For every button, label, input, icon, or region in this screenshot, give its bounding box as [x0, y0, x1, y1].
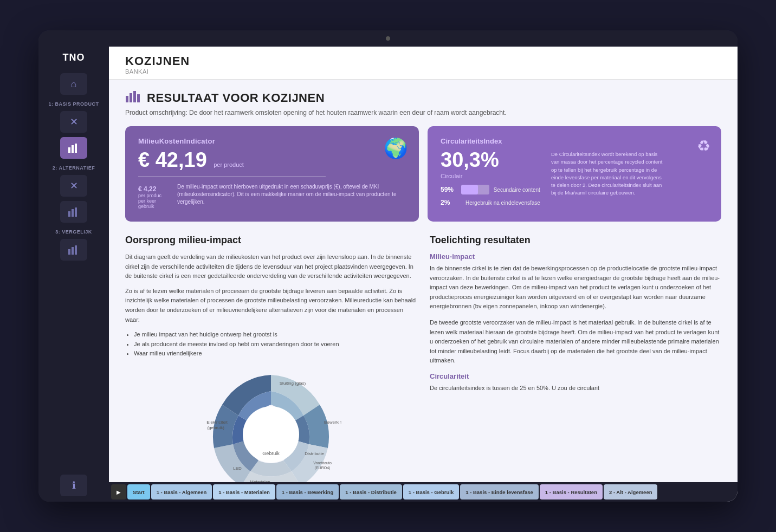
svg-rect-0 — [68, 147, 70, 153]
page-subtitle: BANKAI — [125, 68, 721, 75]
result-description: Product omschrijving: De door het raamwe… — [125, 109, 721, 116]
ci-big-value: 30,3% — [441, 148, 540, 172]
sidebar-item-edit-basis[interactable]: ✕ — [60, 111, 87, 133]
result-title-row: RESULTAAT VOOR KOZIJNEN — [125, 90, 721, 106]
sidebar-section-basis: 1: BASIS PRODUCT — [47, 99, 100, 107]
tab-bar: ▶ Start 1 - Basis - Algemeen 1 - Basis -… — [109, 482, 738, 502]
progress-row-1: 59% Secundaire content — [441, 185, 540, 194]
chart-label-euro4: (EURO4) — [315, 466, 331, 470]
milieu-impact-subtitle: Milieu-impact — [430, 252, 721, 261]
progress-bar-fill-1 — [461, 185, 478, 194]
mki-card-title: MilieuKostenIndicator — [138, 137, 406, 145]
tab-basis-resultaten[interactable]: 1 - Basis - Resultaten — [540, 484, 603, 499]
chart-label-gebruik: (gebruik) — [207, 425, 224, 430]
toelichting-col: Toelichting resultaten Milieu-impact In … — [430, 235, 721, 482]
svg-rect-12 — [137, 94, 140, 102]
page-title: KOZIJNEN — [125, 54, 721, 68]
tno-logo: TNO — [63, 52, 85, 63]
cards-row: MilieuKostenIndicator 🌍 € 42,19 per prod… — [125, 126, 721, 222]
bottom-section: Oorsprong milieu-impact Dit diagram geef… — [125, 235, 721, 482]
content-area: KOZIJNEN BANKAI — [109, 47, 738, 502]
page-header: KOZIJNEN BANKAI — [109, 47, 738, 80]
chart-label-gebruik2: Gebruik — [262, 451, 280, 456]
donut-chart: Sluiting (glas) Bewerking Elektriciteit … — [125, 364, 417, 482]
mki-big-value: € 42,19 — [138, 148, 207, 171]
progress-pct-2: 2% — [441, 199, 457, 206]
tab-start[interactable]: Start — [127, 484, 150, 499]
progress-label-2: Hergebruik na eindelevensfase — [465, 200, 540, 206]
svg-rect-8 — [75, 245, 77, 255]
chart-vergelijk-icon — [68, 245, 80, 255]
circulariteit-subtitle: Circulariteit — [430, 372, 721, 380]
sidebar-section-alt: 2: ALTERNATIEF — [51, 163, 96, 171]
chart-label-elektriciteit: Elektriciteit — [206, 420, 228, 425]
oorsprong-col: Oorsprong milieu-impact Dit diagram geef… — [125, 235, 417, 482]
mki-sub-label: per produc per keer gebruik — [138, 193, 169, 209]
progress-label-1: Secundaire content — [494, 187, 540, 193]
oorsprong-para1: Dit diagram geeft de verdeling van de mi… — [125, 252, 417, 281]
mki-per-unit: per product — [214, 161, 244, 168]
mki-sub-value: € 4,22 — [138, 185, 169, 193]
milieu-impact-text1: In de binnenste cirkel is te zien dat de… — [430, 264, 721, 312]
svg-rect-2 — [75, 144, 77, 153]
content-body: RESULTAAT VOOR KOZIJNEN Product omschrij… — [109, 80, 738, 482]
tab-basis-einde[interactable]: 1 - Basis - Einde levensfase — [460, 484, 539, 499]
svg-rect-1 — [72, 145, 74, 153]
milieu-impact-text2: De tweede grootste veroorzaker van de mi… — [430, 318, 721, 366]
donut-svg: Sluiting (glas) Bewerking Elektriciteit … — [201, 364, 341, 482]
bar-chart-icon — [125, 90, 140, 102]
top-bar-dot — [386, 36, 390, 41]
result-chart-icon — [125, 90, 140, 106]
recycle-icon: ♻ — [697, 137, 710, 155]
tab-basis-distributie[interactable]: 1 - Basis - Distributie — [340, 484, 402, 499]
tab-basis-gebruik[interactable]: 1 - Basis - Gebruik — [403, 484, 459, 499]
ci-sub-label: Circulair — [441, 173, 540, 179]
svg-rect-4 — [72, 209, 74, 217]
tab-play-button[interactable]: ▶ — [111, 484, 126, 499]
svg-rect-3 — [68, 211, 70, 217]
sidebar-item-chart-basis[interactable] — [60, 137, 87, 159]
svg-rect-7 — [72, 247, 74, 255]
svg-rect-6 — [68, 249, 70, 255]
mki-description: De milieu-impact wordt hierboven uitgedr… — [177, 183, 406, 206]
chart-label-sluiting: Sluiting (glas) — [280, 381, 306, 386]
chart-icon — [68, 143, 80, 153]
chart-label-vrachtauto: Vrachtauto — [313, 461, 332, 465]
svg-rect-10 — [130, 93, 132, 102]
globe-icon: 🌍 — [384, 137, 408, 160]
progress-bar-bg-1 — [461, 185, 489, 194]
sidebar-item-home[interactable]: ⌂ — [60, 73, 87, 95]
mki-card: MilieuKostenIndicator 🌍 € 42,19 per prod… — [125, 126, 419, 222]
sidebar-item-chart-vergelijk[interactable] — [60, 239, 87, 261]
svg-rect-5 — [75, 207, 77, 217]
chart-alt-icon — [68, 207, 80, 217]
result-heading: RESULTAAT VOOR KOZIJNEN — [147, 91, 325, 105]
chart-label-distributie: Distributie — [305, 451, 324, 456]
chart-label-bewerking: Bewerking — [324, 420, 341, 425]
chart-label-led: LED — [233, 466, 242, 471]
svg-rect-11 — [133, 91, 136, 102]
oorsprong-para2: Zo is af te lezen welke materialen of pr… — [125, 287, 417, 325]
tab-basis-bewerking[interactable]: 1 - Basis - Bewerking — [276, 484, 339, 499]
svg-rect-9 — [126, 96, 128, 102]
ci-description: De CirculariteitsIndex wordt berekend op… — [551, 151, 665, 197]
tab-basis-algemeen[interactable]: 1 - Basis - Algemeen — [151, 484, 212, 499]
device-frame: TNO ⌂ 1: BASIS PRODUCT ✕ 2: ALTERNATIEF … — [38, 30, 738, 502]
tab-alt-algemeen[interactable]: 2 - Alt - Algemeen — [604, 484, 658, 499]
ci-card-title: CirculariteitsIndex — [441, 137, 708, 145]
top-bar — [38, 30, 738, 47]
sidebar-item-edit-alt[interactable]: ✕ — [60, 175, 87, 197]
sidebar-section-vergelijk: 3: VERGELIJK — [54, 227, 93, 235]
circulariteit-text: De circulariteitsindex is tussen de 25 e… — [430, 384, 721, 393]
oorsprong-title: Oorsprong milieu-impact — [125, 235, 417, 246]
oorsprong-bullets: Je milieu impact van het huidige ontwerp… — [125, 330, 417, 359]
progress-pct-1: 59% — [441, 186, 457, 193]
sidebar: TNO ⌂ 1: BASIS PRODUCT ✕ 2: ALTERNATIEF … — [38, 47, 109, 502]
sidebar-item-chart-alt[interactable] — [60, 201, 87, 223]
progress-row-2: 2% Hergebruik na eindelevensfase — [441, 198, 540, 207]
tab-basis-materialen[interactable]: 1 - Basis - Materialen — [213, 484, 275, 499]
toelichting-title: Toelichting resultaten — [430, 235, 721, 246]
ci-card: CirculariteitsIndex ♻ 30,3% Circulair 59… — [428, 126, 721, 222]
sidebar-item-info[interactable]: ℹ — [60, 475, 87, 496]
